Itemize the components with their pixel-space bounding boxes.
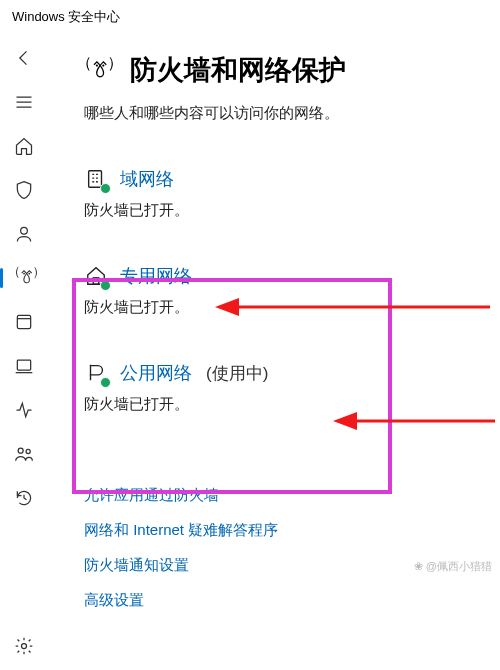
shield-icon — [14, 180, 34, 200]
svg-point-5 — [22, 644, 27, 649]
sidebar: ⁽ꔢ⁾ — [0, 34, 48, 670]
link-troubleshoot[interactable]: 网络和 Internet 疑难解答程序 — [84, 521, 480, 540]
account-icon — [14, 224, 34, 244]
private-network-link[interactable]: 专用网络 — [120, 264, 192, 288]
svg-point-0 — [21, 227, 28, 234]
family-icon — [14, 444, 34, 464]
history-icon — [14, 488, 34, 508]
sidebar-item-device[interactable] — [4, 346, 44, 386]
app-browser-icon — [14, 312, 34, 332]
domain-network-link[interactable]: 域网络 — [120, 167, 174, 191]
domain-network-section: 域网络 防火墙已打开。 — [84, 167, 480, 220]
main-content: ⁽ꔢ⁾ 防火墙和网络保护 哪些人和哪些内容可以访问你的网络。 域网络 防火墙已打… — [48, 34, 500, 670]
link-advanced[interactable]: 高级设置 — [84, 591, 480, 610]
sidebar-item-history[interactable] — [4, 478, 44, 518]
public-network-section: 公用网络 (使用中) 防火墙已打开。 — [84, 361, 480, 414]
svg-rect-7 — [93, 278, 99, 284]
sidebar-item-home[interactable] — [4, 126, 44, 166]
links-section: 允许应用通过防火墙 网络和 Internet 疑难解答程序 防火墙通知设置 高级… — [84, 486, 480, 610]
device-security-icon — [14, 356, 34, 376]
private-network-icon — [84, 264, 108, 288]
svg-point-4 — [26, 449, 30, 453]
sidebar-item-account[interactable] — [4, 214, 44, 254]
menu-button[interactable] — [4, 82, 44, 122]
sidebar-item-performance[interactable] — [4, 390, 44, 430]
back-arrow-icon — [14, 48, 34, 68]
sidebar-item-firewall[interactable]: ⁽ꔢ⁾ — [4, 258, 44, 298]
svg-rect-1 — [17, 315, 30, 328]
private-network-section: 专用网络 防火墙已打开。 — [84, 264, 480, 317]
page-subtitle: 哪些人和哪些内容可以访问你的网络。 — [84, 104, 480, 123]
sidebar-item-appbrowser[interactable] — [4, 302, 44, 342]
public-network-inuse: (使用中) — [206, 362, 268, 385]
page-title: 防火墙和网络保护 — [130, 52, 346, 88]
svg-point-3 — [18, 448, 23, 453]
domain-network-status: 防火墙已打开。 — [84, 201, 480, 220]
window-title: Windows 安全中心 — [0, 0, 500, 34]
performance-icon — [14, 400, 34, 420]
firewall-heading-icon: ⁽ꔢ⁾ — [84, 57, 116, 83]
home-icon — [14, 136, 34, 156]
hamburger-icon — [14, 92, 34, 112]
svg-rect-6 — [89, 171, 102, 188]
domain-network-icon — [84, 167, 108, 191]
public-network-icon — [84, 361, 108, 385]
public-network-link[interactable]: 公用网络 — [120, 361, 192, 385]
private-network-status: 防火墙已打开。 — [84, 298, 480, 317]
back-button[interactable] — [4, 38, 44, 78]
watermark: ❀ @佩西小猎猎 — [414, 559, 492, 574]
public-network-status: 防火墙已打开。 — [84, 395, 480, 414]
gear-icon — [14, 636, 34, 656]
svg-rect-2 — [17, 360, 30, 370]
link-allow-app[interactable]: 允许应用通过防火墙 — [84, 486, 480, 505]
sidebar-item-settings[interactable] — [4, 626, 44, 666]
sidebar-item-family[interactable] — [4, 434, 44, 474]
sidebar-item-virus[interactable] — [4, 170, 44, 210]
firewall-icon: ⁽ꔢ⁾ — [14, 268, 34, 288]
